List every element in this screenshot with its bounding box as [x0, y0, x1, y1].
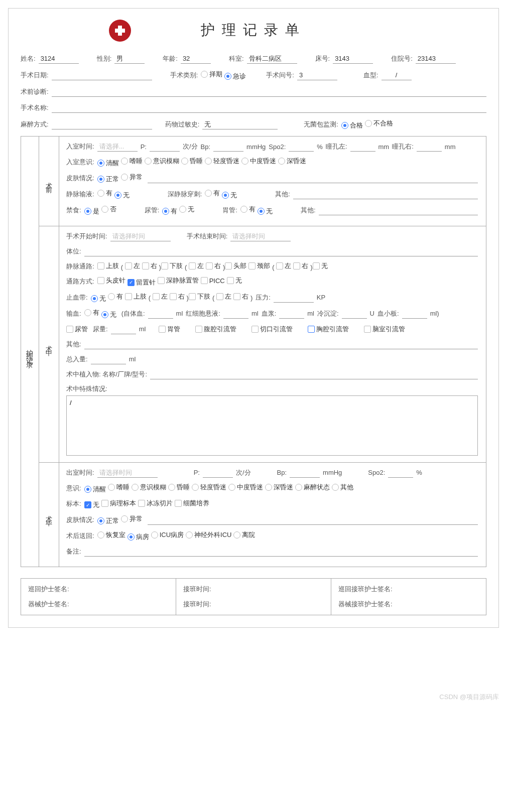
- auto-input[interactable]: [148, 309, 173, 319]
- mid-other-input[interactable]: [84, 339, 478, 349]
- end-time-input[interactable]: [230, 231, 291, 241]
- pre-cath-radio-0[interactable]: 有: [162, 207, 177, 216]
- drain-check-4[interactable]: 胸腔引流管: [308, 325, 349, 334]
- access-check-0[interactable]: 头皮针: [97, 276, 125, 285]
- age-input[interactable]: [181, 54, 211, 64]
- vein-check-2[interactable]: 左: [125, 261, 140, 270]
- pre-fast-radio-1[interactable]: 否: [101, 205, 116, 214]
- urine-input[interactable]: [111, 324, 136, 334]
- bed-input[interactable]: [333, 54, 373, 64]
- access-check-1[interactable]: 留置针: [128, 278, 156, 287]
- vein-check-11[interactable]: 颈部: [248, 261, 270, 270]
- dest-radio-1[interactable]: 病房: [128, 532, 149, 542]
- pre-skin-radio-1[interactable]: 异常: [121, 173, 143, 182]
- plate-input[interactable]: [402, 309, 427, 319]
- skin-other-input[interactable]: [148, 173, 478, 183]
- spec-check-2[interactable]: 冰冻切片: [138, 499, 173, 508]
- spec-check-3[interactable]: 细菌培养: [175, 499, 209, 508]
- trans-radio-1[interactable]: 无: [101, 310, 116, 319]
- tourn-ctl-0[interactable]: 无: [91, 294, 106, 303]
- pre-iv-radio-1[interactable]: 无: [114, 191, 130, 200]
- pkg-radio-1[interactable]: 不合格: [365, 119, 393, 128]
- pre-consc-radio-5[interactable]: 中度昏迷: [241, 157, 276, 166]
- spo2-input[interactable]: [289, 142, 314, 152]
- vein-check-3[interactable]: 右: [142, 261, 157, 270]
- adm-input[interactable]: [416, 54, 456, 64]
- post-spo2-input[interactable]: [388, 468, 413, 478]
- tourn-ctl-10[interactable]: 右: [233, 292, 248, 301]
- entry-time-input[interactable]: [97, 142, 138, 152]
- vein-check-5[interactable]: 下肢: [161, 261, 183, 270]
- pre-consc-radio-4[interactable]: 轻度昏迷: [205, 157, 239, 166]
- pre-consc-radio-2[interactable]: 意识模糊: [145, 157, 179, 166]
- drain-check-5[interactable]: 脑室引流管: [364, 325, 405, 334]
- post-skin-radio-0[interactable]: 正常: [97, 516, 119, 525]
- post-consc-radio-7[interactable]: 麻醉状态: [295, 483, 330, 492]
- pupil-l-input[interactable]: [350, 142, 375, 152]
- vein-check-13[interactable]: 左: [276, 261, 291, 270]
- optype-radio-0[interactable]: 择期: [201, 70, 222, 79]
- pre-consc-radio-1[interactable]: 嗜睡: [121, 157, 143, 166]
- tourn-ctl-4[interactable]: 左: [153, 292, 168, 301]
- pre-dvp-radio-1[interactable]: 无: [222, 191, 237, 200]
- drain-check-3[interactable]: 切口引流管: [251, 325, 293, 334]
- dept-input[interactable]: [247, 54, 297, 64]
- room-input[interactable]: [297, 70, 337, 80]
- post-consc-radio-4[interactable]: 轻度昏迷: [192, 483, 226, 492]
- spec-check-1[interactable]: 病理标本: [101, 499, 136, 508]
- total-input[interactable]: [91, 354, 126, 364]
- implant-input[interactable]: [150, 369, 478, 379]
- cryo-input[interactable]: [342, 309, 367, 319]
- other2-input[interactable]: [319, 205, 478, 215]
- vein-check-7[interactable]: 左: [189, 261, 204, 270]
- note-input[interactable]: [84, 547, 478, 557]
- pupil-r-input[interactable]: [417, 142, 442, 152]
- pre-fast-radio-0[interactable]: 是: [84, 207, 99, 216]
- press-input[interactable]: [274, 293, 314, 303]
- bp-input[interactable]: [213, 142, 243, 152]
- post-bp-input[interactable]: [290, 468, 320, 478]
- pre-consc-radio-6[interactable]: 深昏迷: [278, 157, 306, 166]
- post-consc-radio-8[interactable]: 其他: [332, 483, 353, 492]
- pre-cath-radio-1[interactable]: 无: [179, 205, 194, 214]
- pre-gast-radio-1[interactable]: 无: [258, 207, 273, 216]
- access-check-2[interactable]: 深静脉置管: [158, 276, 199, 285]
- post-skin-radio-1[interactable]: 异常: [121, 514, 143, 523]
- access-check-4[interactable]: 无: [227, 276, 242, 285]
- dest-radio-3[interactable]: 神经外科ICU: [186, 530, 231, 539]
- post-consc-radio-3[interactable]: 昏睡: [168, 483, 190, 492]
- post-consc-radio-1[interactable]: 嗜睡: [108, 483, 130, 492]
- access-check-3[interactable]: PICC: [201, 277, 225, 285]
- other1-input[interactable]: [293, 189, 478, 199]
- post-consc-radio-6[interactable]: 深昏迷: [265, 483, 293, 492]
- vein-check-14[interactable]: 右: [293, 261, 308, 270]
- post-skin-input[interactable]: [148, 515, 478, 525]
- drain-check-0[interactable]: 尿管: [66, 325, 88, 334]
- pkg-radio-0[interactable]: 合格: [341, 121, 363, 130]
- pre-consc-radio-3[interactable]: 昏睡: [181, 157, 203, 166]
- post-consc-radio-0[interactable]: 清醒: [84, 485, 106, 494]
- allergy-input[interactable]: [202, 119, 278, 129]
- opname-input[interactable]: [52, 103, 486, 113]
- rbc-input[interactable]: [223, 309, 248, 319]
- pre-skin-radio-0[interactable]: 正常: [97, 175, 119, 184]
- position-input[interactable]: [84, 246, 478, 256]
- sex-input[interactable]: [114, 54, 145, 64]
- exit-time-input[interactable]: [97, 468, 158, 478]
- vein-check-0[interactable]: 上肢: [97, 261, 119, 270]
- dest-radio-2[interactable]: ICU病房: [151, 530, 184, 539]
- tourn-ctl-5[interactable]: 右: [170, 292, 185, 301]
- pre-gast-radio-0[interactable]: 有: [240, 205, 256, 214]
- name-input[interactable]: [39, 54, 79, 64]
- vein-check-16[interactable]: 无: [313, 261, 328, 270]
- start-time-input[interactable]: [110, 231, 171, 241]
- pre-consc-radio-0[interactable]: 清醒: [97, 159, 119, 168]
- tourn-ctl-9[interactable]: 左: [216, 292, 231, 301]
- post-consc-radio-5[interactable]: 中度昏迷: [228, 483, 263, 492]
- spec-check-0[interactable]: 无: [84, 500, 99, 509]
- opdate-input[interactable]: [52, 70, 152, 80]
- p-input[interactable]: [150, 142, 180, 152]
- vein-check-8[interactable]: 右: [206, 261, 221, 270]
- post-consc-radio-2[interactable]: 意识模糊: [132, 483, 166, 492]
- special-textarea[interactable]: [66, 395, 478, 456]
